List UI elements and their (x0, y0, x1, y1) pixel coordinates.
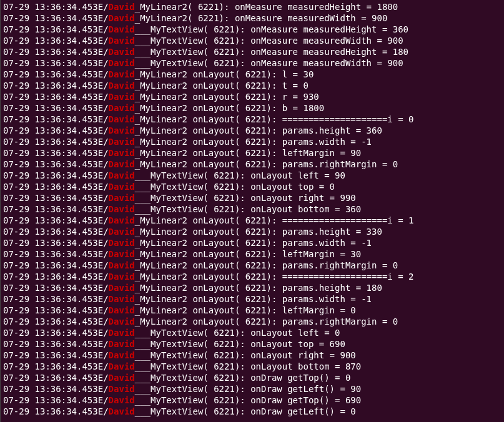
log-line[interactable]: 07-29 13:36:34.453 E/David___MyTextView(… (3, 192, 502, 204)
log-line[interactable]: 07-29 13:36:34.453 E/David___MyTextView(… (3, 361, 502, 372)
log-message: : onLayout bottom = 870 (240, 361, 361, 372)
log-timestamp: 07-29 13:36:34.453 (3, 147, 98, 159)
log-tag: David (109, 159, 135, 170)
log-tag-suffix: ___MyTextView( 6221) (135, 204, 240, 215)
log-timestamp: 07-29 13:36:34.453 (3, 338, 98, 350)
log-message: : onLayout left = 0 (240, 327, 340, 338)
log-timestamp: 07-29 13:36:34.453 (3, 80, 98, 91)
log-tag: David (109, 136, 135, 147)
log-line[interactable]: 07-29 13:36:34.453 E/David___MyTextView(… (3, 383, 502, 395)
log-tag-suffix: _MyLinear2 onLayout( 6221) (135, 91, 272, 102)
log-line[interactable]: 07-29 13:36:34.453 E/David_MyLinear2 onL… (3, 91, 502, 102)
log-message: : onLayout bottom = 360 (240, 204, 361, 215)
log-line[interactable]: 07-29 13:36:34.453 E/David_MyLinear2 onL… (3, 125, 502, 136)
log-level: E (98, 159, 103, 170)
log-tag: David (109, 102, 135, 114)
log-tag: David (109, 57, 135, 69)
log-message: : onMeasure measuredWidth = 900 (240, 35, 403, 46)
log-line[interactable]: 07-29 13:36:34.453 E/David_MyLinear2 onL… (3, 136, 502, 147)
log-line[interactable]: 07-29 13:36:34.453 E/David___MyTextView(… (3, 204, 502, 215)
log-tag: David (109, 350, 135, 361)
log-line[interactable]: 07-29 13:36:34.453 E/David___MyTextView(… (3, 35, 502, 46)
log-tag: David (109, 91, 135, 102)
log-tag-suffix: _MyLinear2 onLayout( 6221) (135, 159, 272, 170)
log-timestamp: 07-29 13:36:34.453 (3, 12, 98, 24)
log-line[interactable]: 07-29 13:36:34.453 E/David___MyTextView(… (3, 327, 502, 338)
log-tag-suffix: ___MyTextView( 6221) (135, 181, 240, 192)
log-line[interactable]: 07-29 13:36:34.453 E/David_MyLinear2 onL… (3, 114, 502, 125)
log-timestamp: 07-29 13:36:34.453 (3, 159, 98, 170)
log-line[interactable]: 07-29 13:36:34.453 E/David___MyTextView(… (3, 181, 502, 192)
log-level: E (98, 338, 103, 350)
log-timestamp: 07-29 13:36:34.453 (3, 361, 98, 372)
log-level: E (98, 406, 103, 417)
log-timestamp: 07-29 13:36:34.453 (3, 57, 98, 69)
log-line[interactable]: 07-29 13:36:34.453 E/David___MyTextView(… (3, 57, 502, 69)
log-tag: David (109, 80, 135, 91)
log-timestamp: 07-29 13:36:34.453 (3, 24, 98, 35)
log-level: E (98, 170, 103, 181)
log-line[interactable]: 07-29 13:36:34.453 E/David_MyLinear2( 62… (3, 1, 502, 12)
log-level: E (98, 395, 103, 406)
log-message: : ====================i = 1 (272, 215, 414, 226)
log-tag: David (109, 271, 135, 282)
log-line[interactable]: 07-29 13:36:34.453 E/David_MyLinear2( 62… (3, 12, 502, 24)
log-line[interactable]: 07-29 13:36:34.453 E/David___MyTextView(… (3, 395, 502, 406)
log-timestamp: 07-29 13:36:34.453 (3, 125, 98, 136)
log-line[interactable]: 07-29 13:36:34.453 E/David_MyLinear2 onL… (3, 159, 502, 170)
log-timestamp: 07-29 13:36:34.453 (3, 181, 98, 192)
log-line[interactable]: 07-29 13:36:34.453 E/David___MyTextView(… (3, 338, 502, 350)
log-line[interactable]: 07-29 13:36:34.453 E/David_MyLinear2 onL… (3, 80, 502, 91)
log-timestamp: 07-29 13:36:34.453 (3, 372, 98, 383)
log-tag-suffix: ___MyTextView( 6221) (135, 327, 240, 338)
log-line[interactable]: 07-29 13:36:34.453 E/David_MyLinear2 onL… (3, 316, 502, 327)
log-message: : r = 930 (272, 91, 319, 102)
log-line[interactable]: 07-29 13:36:34.453 E/David___MyTextView(… (3, 46, 502, 57)
log-line[interactable]: 07-29 13:36:34.453 E/David_MyLinear2 onL… (3, 69, 502, 80)
log-line[interactable]: 07-29 13:36:34.453 E/David_MyLinear2 onL… (3, 237, 502, 248)
log-timestamp: 07-29 13:36:34.453 (3, 260, 98, 271)
log-timestamp: 07-29 13:36:34.453 (3, 215, 98, 226)
log-line[interactable]: 07-29 13:36:34.453 E/David_MyLinear2 onL… (3, 147, 502, 159)
log-timestamp: 07-29 13:36:34.453 (3, 69, 98, 80)
log-tag: David (109, 395, 135, 406)
log-line[interactable]: 07-29 13:36:34.453 E/David_MyLinear2 onL… (3, 226, 502, 237)
log-level: E (98, 293, 103, 305)
log-tag-suffix: ___MyTextView( 6221) (135, 395, 240, 406)
log-message: : ====================i = 2 (272, 271, 414, 282)
log-line[interactable]: 07-29 13:36:34.453 E/David___MyTextView(… (3, 372, 502, 383)
log-tag-suffix: _MyLinear2( 6221) (135, 1, 224, 12)
log-tag: David (109, 383, 135, 395)
log-tag-suffix: ___MyTextView( 6221) (135, 383, 240, 395)
log-level: E (98, 305, 103, 316)
log-tag: David (109, 248, 135, 260)
log-line[interactable]: 07-29 13:36:34.453 E/David_MyLinear2 onL… (3, 271, 502, 282)
log-tag-suffix: ___MyTextView( 6221) (135, 406, 240, 417)
log-tag: David (109, 69, 135, 80)
log-level: E (98, 147, 103, 159)
log-timestamp: 07-29 13:36:34.453 (3, 46, 98, 57)
log-tag: David (109, 316, 135, 327)
log-line[interactable]: 07-29 13:36:34.453 E/David___MyTextView(… (3, 406, 502, 417)
log-timestamp: 07-29 13:36:34.453 (3, 350, 98, 361)
log-line[interactable]: 07-29 13:36:34.453 E/David_MyLinear2 onL… (3, 282, 502, 293)
log-level: E (98, 69, 103, 80)
log-line[interactable]: 07-29 13:36:34.453 E/David___MyTextView(… (3, 350, 502, 361)
log-tag: David (109, 237, 135, 248)
log-line[interactable]: 07-29 13:36:34.453 E/David_MyLinear2 onL… (3, 305, 502, 316)
log-line[interactable]: 07-29 13:36:34.453 E/David_MyLinear2 onL… (3, 102, 502, 114)
log-tag: David (109, 147, 135, 159)
log-message: : l = 30 (272, 69, 314, 80)
log-tag: David (109, 327, 135, 338)
log-tag-suffix: _MyLinear2 onLayout( 6221) (135, 282, 272, 293)
log-line[interactable]: 07-29 13:36:34.453 E/David_MyLinear2 onL… (3, 293, 502, 305)
log-tag: David (109, 215, 135, 226)
log-output[interactable]: 07-29 13:36:34.453 E/David_MyLinear2( 62… (3, 1, 502, 417)
log-line[interactable]: 07-29 13:36:34.453 E/David_MyLinear2 onL… (3, 215, 502, 226)
log-line[interactable]: 07-29 13:36:34.453 E/David___MyTextView(… (3, 24, 502, 35)
log-message: : onDraw getLeft() = 0 (240, 406, 355, 417)
log-line[interactable]: 07-29 13:36:34.453 E/David_MyLinear2 onL… (3, 260, 502, 271)
log-level: E (98, 327, 103, 338)
log-line[interactable]: 07-29 13:36:34.453 E/David_MyLinear2 onL… (3, 248, 502, 260)
log-line[interactable]: 07-29 13:36:34.453 E/David___MyTextView(… (3, 170, 502, 181)
